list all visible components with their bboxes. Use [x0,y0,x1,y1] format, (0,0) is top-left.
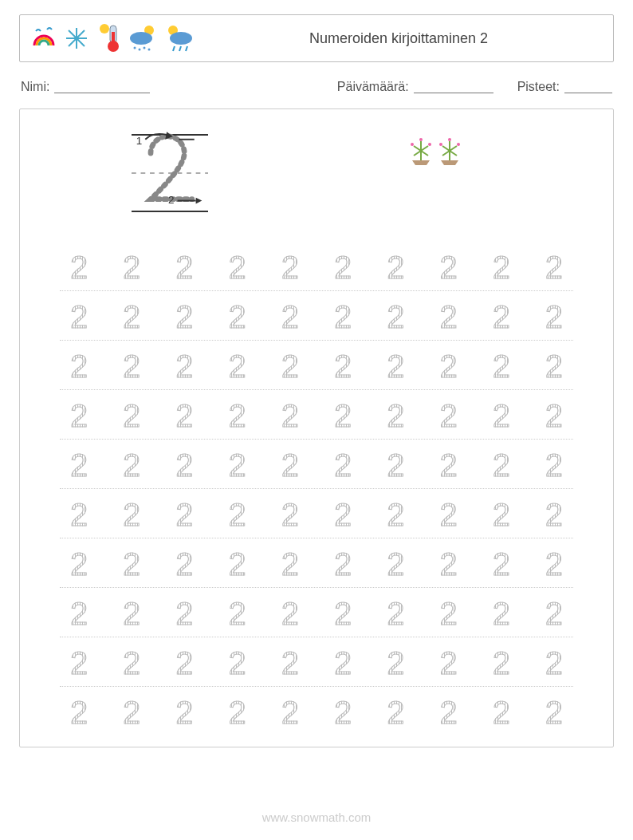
trace-digit[interactable]: 2 [376,299,415,335]
trace-digit[interactable]: 2 [112,645,151,681]
trace-digit[interactable]: 2 [218,250,257,286]
trace-digit[interactable]: 2 [430,695,468,731]
trace-digit[interactable]: 2 [430,645,468,681]
trace-digit[interactable]: 2 [60,448,98,483]
trace-digit[interactable]: 2 [376,497,415,533]
trace-digit[interactable]: 2 [271,596,309,632]
trace-digit[interactable]: 2 [376,398,415,434]
trace-digit[interactable]: 2 [535,695,573,731]
trace-digit[interactable]: 2 [482,497,521,533]
trace-digit[interactable]: 2 [112,448,151,483]
trace-digit[interactable]: 2 [218,497,257,533]
trace-digit[interactable]: 2 [60,250,98,286]
trace-digit[interactable]: 2 [218,596,257,632]
trace-digit[interactable]: 2 [271,398,309,434]
trace-digit[interactable]: 2 [165,546,203,582]
trace-digit[interactable]: 2 [430,299,468,335]
trace-digit[interactable]: 2 [482,546,521,582]
trace-digit[interactable]: 2 [376,546,415,582]
trace-digit[interactable]: 2 [430,497,468,533]
trace-digit[interactable]: 2 [535,448,573,483]
trace-digit[interactable]: 2 [430,448,468,483]
trace-digit[interactable]: 2 [324,398,362,434]
trace-digit[interactable]: 2 [324,299,362,335]
score-blank[interactable] [564,81,612,93]
trace-digit[interactable]: 2 [324,448,362,483]
trace-digit[interactable]: 2 [535,497,573,533]
trace-digit[interactable]: 2 [112,299,151,335]
trace-digit[interactable]: 2 [482,645,521,681]
trace-digit[interactable]: 2 [430,349,468,385]
trace-digit[interactable]: 2 [376,250,415,286]
trace-digit[interactable]: 2 [60,299,98,335]
trace-digit[interactable]: 2 [271,299,309,335]
trace-digit[interactable]: 2 [112,398,151,434]
trace-digit[interactable]: 2 [376,448,415,483]
trace-digit[interactable]: 2 [482,695,521,731]
trace-digit[interactable]: 2 [324,645,362,681]
trace-digit[interactable]: 2 [535,250,573,286]
trace-digit[interactable]: 2 [112,596,151,632]
trace-digit[interactable]: 2 [165,349,203,385]
trace-digit[interactable]: 2 [324,546,362,582]
trace-digit[interactable]: 2 [60,497,98,533]
trace-digit[interactable]: 2 [271,546,309,582]
trace-digit[interactable]: 2 [376,596,415,632]
trace-digit[interactable]: 2 [60,645,98,681]
trace-digit[interactable]: 2 [218,546,257,582]
trace-digit[interactable]: 2 [535,596,573,632]
trace-digit[interactable]: 2 [112,497,151,533]
trace-digit[interactable]: 2 [112,546,151,582]
trace-digit[interactable]: 2 [482,349,521,385]
trace-digit[interactable]: 2 [535,546,573,582]
trace-digit[interactable]: 2 [324,596,362,632]
trace-digit[interactable]: 2 [60,596,98,632]
trace-digit[interactable]: 2 [376,645,415,681]
trace-digit[interactable]: 2 [271,448,309,483]
trace-digit[interactable]: 2 [60,349,98,385]
trace-digit[interactable]: 2 [324,695,362,731]
trace-digit[interactable]: 2 [218,349,257,385]
trace-digit[interactable]: 2 [324,250,362,286]
trace-digit[interactable]: 2 [60,695,98,731]
trace-digit[interactable]: 2 [271,695,309,731]
trace-digit[interactable]: 2 [112,250,151,286]
trace-digit[interactable]: 2 [218,398,257,434]
trace-digit[interactable]: 2 [218,448,257,483]
trace-digit[interactable]: 2 [430,250,468,286]
trace-digit[interactable]: 2 [535,398,573,434]
trace-digit[interactable]: 2 [112,695,151,731]
date-blank[interactable] [414,81,493,93]
name-blank[interactable] [54,81,150,93]
trace-digit[interactable]: 2 [218,299,257,335]
trace-digit[interactable]: 2 [165,695,203,731]
trace-digit[interactable]: 2 [430,596,468,632]
trace-digit[interactable]: 2 [165,645,203,681]
trace-digit[interactable]: 2 [482,448,521,483]
trace-digit[interactable]: 2 [60,546,98,582]
trace-digit[interactable]: 2 [165,250,203,286]
trace-digit[interactable]: 2 [535,645,573,681]
trace-digit[interactable]: 2 [271,250,309,286]
trace-digit[interactable]: 2 [271,497,309,533]
trace-digit[interactable]: 2 [376,695,415,731]
trace-digit[interactable]: 2 [271,349,309,385]
trace-digit[interactable]: 2 [535,299,573,335]
trace-digit[interactable]: 2 [165,497,203,533]
trace-digit[interactable]: 2 [218,645,257,681]
trace-digit[interactable]: 2 [165,448,203,483]
trace-digit[interactable]: 2 [324,497,362,533]
trace-digit[interactable]: 2 [165,596,203,632]
trace-digit[interactable]: 2 [324,349,362,385]
trace-digit[interactable]: 2 [165,398,203,434]
trace-digit[interactable]: 2 [482,596,521,632]
trace-digit[interactable]: 2 [482,299,521,335]
trace-digit[interactable]: 2 [482,250,521,286]
trace-digit[interactable]: 2 [112,349,151,385]
trace-digit[interactable]: 2 [60,398,98,434]
trace-digit[interactable]: 2 [218,695,257,731]
trace-digit[interactable]: 2 [430,398,468,434]
trace-digit[interactable]: 2 [376,349,415,385]
trace-digit[interactable]: 2 [482,398,521,434]
trace-digit[interactable]: 2 [535,349,573,385]
